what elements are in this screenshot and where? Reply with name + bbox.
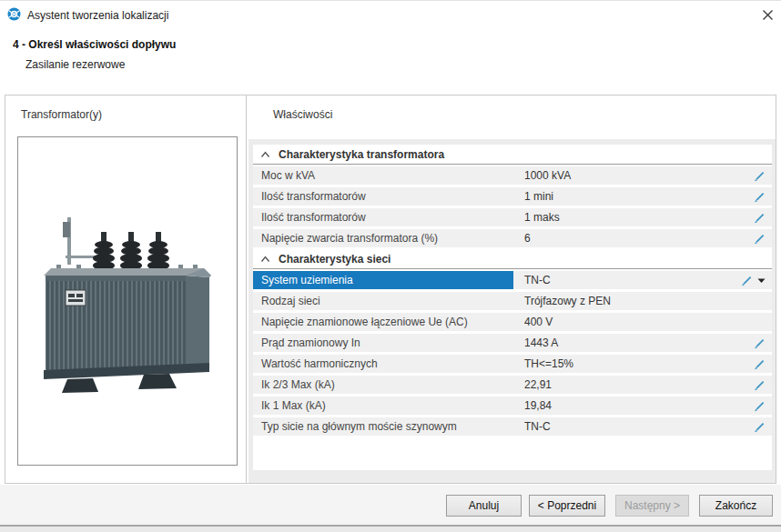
wizard-dialog: { "window": { "title": "Asystent tworzen… xyxy=(0,0,781,532)
edit-icon[interactable] xyxy=(754,233,766,245)
edit-icon[interactable] xyxy=(754,421,766,433)
edit-icon[interactable] xyxy=(754,379,766,391)
previous-button[interactable]: < Poprzedni xyxy=(529,495,605,517)
row-icons xyxy=(754,233,772,245)
transformer-panel-title: Transformator(y) xyxy=(21,108,102,121)
property-row[interactable]: Rodzaj sieciTrójfazowy z PEN xyxy=(253,292,772,310)
property-label: System uziemienia xyxy=(253,271,513,289)
property-label: Napięcie znamionowe łączeniowe Ue (AC) xyxy=(253,313,513,331)
edit-icon[interactable] xyxy=(754,212,766,224)
close-icon[interactable] xyxy=(758,5,776,24)
property-label: Ik 1 Max (kA) xyxy=(253,396,513,415)
row-icons xyxy=(754,170,772,182)
property-row[interactable]: Ik 2/3 Max (kA)22,91 xyxy=(253,376,772,394)
property-label: Rodzaj sieci xyxy=(253,292,513,310)
properties-panel: Właściwości Charakterystyka transformato… xyxy=(247,95,776,483)
property-value: 22,91 xyxy=(513,378,754,391)
window-title: Asystent tworzenia lokalizacji xyxy=(27,9,168,22)
row-icons xyxy=(741,275,772,286)
row-icons xyxy=(754,358,772,370)
step-subtitle: Zasilanie rezerwowe xyxy=(25,58,125,71)
property-value: TN-C xyxy=(513,274,741,286)
properties-card: Charakterystyka transformatoraMoc w kVA1… xyxy=(253,145,772,470)
window-bottom-edge xyxy=(0,525,781,532)
property-value: 400 V xyxy=(513,316,766,328)
property-value: 1000 kVA xyxy=(513,169,754,182)
property-row[interactable]: Prąd znamionowy In1443 A xyxy=(253,334,772,352)
section-title: Charakterystyka transformatora xyxy=(279,148,444,161)
property-value: 1 mini xyxy=(513,190,754,203)
property-row[interactable]: Wartość harmonicznychTH<=15% xyxy=(253,355,772,373)
property-value: TH<=15% xyxy=(513,357,754,370)
section-title: Charakterystyka sieci xyxy=(279,253,390,266)
property-label: Ik 2/3 Max (kA) xyxy=(253,376,513,394)
dropdown-arrow-icon[interactable] xyxy=(757,276,766,284)
edit-icon[interactable] xyxy=(754,358,766,370)
next-button: Następny > xyxy=(615,495,689,517)
property-label: Typ sicie na głównym moście szynowym xyxy=(253,417,513,436)
step-title: 4 - Określ właściwości dopływu xyxy=(13,38,176,51)
edit-icon[interactable] xyxy=(754,400,766,412)
row-icons xyxy=(754,337,772,349)
collapse-icon[interactable] xyxy=(260,151,270,158)
properties-title: Właściwości xyxy=(273,108,332,121)
property-label: Wartość harmonicznych xyxy=(253,355,513,373)
property-value: Trójfazowy z PEN xyxy=(513,295,766,307)
transformer-image-frame xyxy=(17,136,238,466)
transformer-panel: Transformator(y) xyxy=(5,95,247,483)
property-label: Napięcie zwarcia transformatora (%) xyxy=(253,229,513,247)
row-icons xyxy=(754,212,772,224)
property-label: Ilość transformatorów xyxy=(253,208,513,226)
property-label: Moc w kVA xyxy=(253,166,513,185)
property-row[interactable]: Napięcie znamionowe łączeniowe Ue (AC)40… xyxy=(253,313,772,331)
edit-icon[interactable] xyxy=(741,275,753,286)
property-row[interactable]: Napięcie zwarcia transformatora (%)6 xyxy=(253,229,772,247)
property-row[interactable]: Ik 1 Max (kA)19,84 xyxy=(253,396,772,415)
row-icons xyxy=(754,379,772,391)
property-label: Prąd znamionowy In xyxy=(253,334,513,352)
property-value: TN-C xyxy=(513,420,754,433)
transformer-image xyxy=(33,217,224,399)
property-value: 1 maks xyxy=(513,211,754,224)
section-header[interactable]: Charakterystyka transformatora xyxy=(253,146,772,165)
row-icons xyxy=(754,421,772,433)
property-value: 1443 A xyxy=(513,336,754,349)
row-icons xyxy=(754,191,772,203)
cancel-button[interactable]: Anuluj xyxy=(446,495,522,517)
section-header[interactable]: Charakterystyka sieci xyxy=(253,250,772,269)
properties-viewport: Charakterystyka transformatoraMoc w kVA1… xyxy=(248,139,776,483)
property-row[interactable]: Ilość transformatorów1 maks xyxy=(253,208,772,226)
property-row[interactable]: Typ sicie na głównym moście szynowymTN-C xyxy=(253,417,772,436)
collapse-icon[interactable] xyxy=(260,256,270,263)
edit-icon[interactable] xyxy=(754,170,766,182)
finish-button[interactable]: Zakończ xyxy=(699,495,773,517)
edit-icon[interactable] xyxy=(754,191,766,203)
property-value: 6 xyxy=(513,232,754,245)
row-icons xyxy=(754,400,772,412)
property-row[interactable]: System uziemieniaTN-C xyxy=(253,271,772,289)
content-box: Transformator(y) xyxy=(5,95,776,484)
app-icon xyxy=(7,7,21,21)
property-label: Ilość transformatorów xyxy=(253,187,513,206)
edit-icon[interactable] xyxy=(754,337,766,349)
property-row[interactable]: Ilość transformatorów1 mini xyxy=(253,187,772,206)
property-row[interactable]: Moc w kVA1000 kVA xyxy=(253,166,772,185)
property-value: 19,84 xyxy=(513,399,754,412)
